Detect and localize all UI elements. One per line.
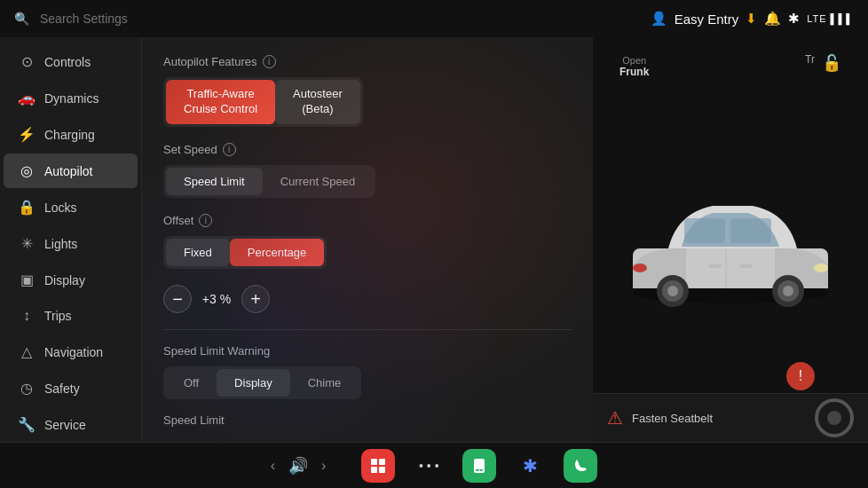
svg-rect-13 — [708, 264, 722, 268]
autopilot-features-info-icon[interactable]: i — [263, 55, 276, 68]
svg-rect-3 — [730, 218, 771, 243]
taskbar: ‹ 🔊 › • • • ✱ — [0, 442, 868, 488]
content-area: Autopilot Features i Traffic-Aware Cruis… — [142, 37, 593, 442]
display-icon: ▣ — [18, 272, 36, 288]
percentage-button[interactable]: Percentage — [230, 239, 325, 266]
set-speed-section: Set Speed i — [163, 143, 572, 156]
sidebar-item-service[interactable]: 🔧 Service — [4, 407, 138, 442]
wheel-inner — [827, 411, 841, 425]
bluetooth-icon: ✱ — [788, 11, 800, 27]
open-text: Open — [619, 55, 649, 66]
svg-point-5 — [633, 264, 647, 272]
sidebar: ⊙ Controls 🚗 Dynamics ⚡ Charging ◎ Autop… — [0, 37, 142, 442]
top-bar: 🔍 👤 Easy Entry ⬇ 🔔 ✱ LTE ▌▌▌ — [0, 0, 868, 37]
wheel-area — [815, 398, 854, 437]
svg-rect-17 — [371, 467, 377, 473]
sidebar-label-navigation: Navigation — [44, 345, 103, 359]
sidebar-label-display: Display — [44, 273, 85, 287]
speed-limit-warning-btn-group: Off Display Chime — [163, 366, 361, 399]
speed-limit-warning-label: Speed Limit Warning — [163, 344, 270, 358]
car-image — [615, 169, 846, 328]
sidebar-item-dynamics[interactable]: 🚗 Dynamics — [4, 81, 138, 115]
safety-icon: ◷ — [18, 380, 36, 397]
display-button[interactable]: Display — [217, 369, 290, 397]
offset-info-icon[interactable]: i — [199, 214, 212, 227]
sidebar-item-charging[interactable]: ⚡ Charging — [4, 117, 138, 152]
offset-label: Offset — [163, 214, 193, 227]
sidebar-label-safety: Safety — [44, 382, 80, 396]
set-speed-btn-group: Speed Limit Current Speed — [163, 165, 375, 198]
lights-icon: ✳ — [18, 235, 36, 252]
autopilot-features-btn-group: Traffic-Aware Cruise Control Autosteer (… — [163, 77, 363, 127]
sidebar-item-safety[interactable]: ◷ Safety — [4, 371, 138, 405]
easy-entry-label: Easy Entry — [675, 12, 739, 27]
service-icon: 🔧 — [18, 416, 36, 433]
phone-app-icon[interactable] — [462, 449, 496, 483]
sidebar-item-locks[interactable]: 🔒 Locks — [4, 190, 138, 224]
set-speed-info-icon[interactable]: i — [223, 143, 236, 156]
lock-icon: 🔓 — [822, 53, 841, 73]
forward-arrow[interactable]: › — [321, 458, 326, 474]
traffic-aware-button[interactable]: Traffic-Aware Cruise Control — [166, 80, 275, 124]
top-bar-left: 🔍 — [14, 12, 651, 26]
search-input[interactable] — [40, 12, 164, 26]
svg-rect-2 — [684, 218, 725, 243]
sidebar-item-lights[interactable]: ✳ Lights — [4, 226, 138, 261]
tr-label: Tr — [805, 53, 815, 66]
sidebar-label-charging: Charging — [44, 128, 95, 142]
speed-limit-button[interactable]: Speed Limit — [166, 168, 263, 195]
car-display: Open Frunk 🔓 Tr — [593, 37, 868, 442]
frunk-text: Frunk — [619, 66, 649, 78]
sidebar-item-display[interactable]: ▣ Display — [4, 263, 138, 297]
set-speed-label: Set Speed — [163, 143, 217, 156]
alert-text: Fasten Seatbelt — [632, 412, 713, 425]
dots-icon[interactable]: • • • — [413, 450, 445, 482]
wheel-icon — [815, 398, 854, 437]
sidebar-label-lights: Lights — [44, 237, 77, 251]
svg-point-4 — [814, 264, 828, 272]
speed-limit-warning-section: Speed Limit Warning — [163, 344, 572, 358]
fasten-seatbelt-alert: ⚠ Fasten Seatbelt ! — [593, 393, 868, 442]
svg-rect-18 — [379, 467, 385, 473]
signal-icon: LTE ▌▌▌ — [807, 13, 854, 24]
charging-icon: ⚡ — [18, 126, 36, 143]
volume-icon[interactable]: 🔊 — [282, 450, 314, 482]
dynamics-icon: 🚗 — [18, 90, 36, 106]
controls-icon: ⊙ — [18, 53, 36, 70]
bluetooth-taskbar-icon[interactable]: ✱ — [514, 450, 546, 482]
sidebar-label-trips: Trips — [44, 309, 72, 323]
off-button[interactable]: Off — [166, 369, 217, 397]
sidebar-item-controls[interactable]: ⊙ Controls — [4, 44, 138, 79]
svg-rect-15 — [371, 459, 377, 465]
current-speed-button[interactable]: Current Speed — [263, 168, 374, 195]
offset-minus-button[interactable]: − — [163, 285, 192, 313]
user-icon: 👤 — [651, 11, 667, 27]
main-layout: ⊙ Controls 🚗 Dynamics ⚡ Charging ◎ Autop… — [0, 37, 868, 442]
autosteer-button[interactable]: Autosteer (Beta) — [275, 80, 360, 124]
offset-type-btn-group: Fixed Percentage — [163, 236, 327, 269]
download-icon: ⬇ — [746, 11, 757, 27]
sidebar-item-navigation[interactable]: △ Navigation — [4, 335, 138, 369]
chime-button[interactable]: Chime — [290, 369, 359, 397]
svg-point-11 — [783, 286, 793, 296]
back-arrow[interactable]: ‹ — [271, 458, 275, 474]
fixed-button[interactable]: Fixed — [166, 239, 230, 266]
sidebar-label-locks: Locks — [44, 201, 77, 215]
locks-icon: 🔒 — [18, 199, 36, 216]
speed-limit-section-label: Speed Limit — [163, 413, 225, 427]
apps-icon[interactable] — [361, 449, 395, 483]
svg-rect-14 — [739, 264, 753, 268]
sidebar-item-trips[interactable]: ↕ Trips — [4, 299, 138, 333]
offset-plus-button[interactable]: + — [241, 285, 270, 313]
autopilot-icon: ◎ — [18, 162, 36, 179]
trips-icon: ↕ — [18, 308, 36, 324]
frunk-label: Open Frunk — [619, 55, 649, 78]
right-panel: Open Frunk 🔓 Tr — [593, 37, 868, 442]
taskbar-nav: ‹ 🔊 › — [271, 450, 327, 482]
offset-section: Offset i — [163, 214, 572, 227]
emergency-icon[interactable]: ! — [786, 362, 815, 390]
top-bar-center: 👤 Easy Entry ⬇ 🔔 ✱ LTE ▌▌▌ — [651, 11, 854, 27]
call-icon[interactable] — [564, 449, 597, 483]
offset-value-display: +3 % — [199, 292, 234, 306]
sidebar-item-autopilot[interactable]: ◎ Autopilot — [4, 153, 138, 188]
